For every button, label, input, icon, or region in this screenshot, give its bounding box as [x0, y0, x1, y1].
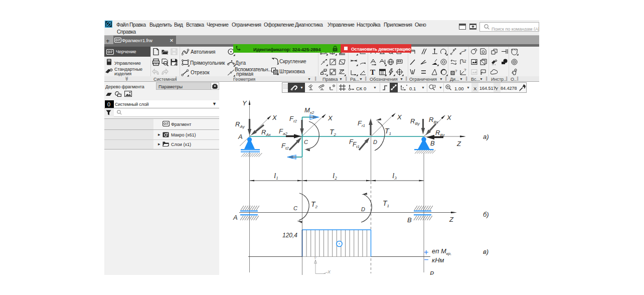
svg-text:l1: l1 — [274, 172, 278, 181]
svg-text:RAy: RAy — [235, 120, 245, 129]
svg-text:D: D — [361, 206, 365, 212]
svg-text:A: A — [233, 214, 238, 221]
svg-text:D: D — [373, 139, 377, 145]
svg-text:T2: T2 — [311, 200, 318, 209]
svg-text:X: X — [328, 114, 333, 122]
svg-text:Ft1: Ft1 — [353, 141, 360, 149]
svg-text:T1: T1 — [383, 199, 389, 208]
svg-text:C: C — [293, 205, 297, 211]
svg-text:B: B — [407, 216, 412, 224]
svg-text:C: C — [304, 139, 308, 145]
svg-text:?: ? — [455, 69, 457, 73]
svg-text:Z: Z — [456, 140, 461, 147]
svg-text:?: ? — [464, 59, 466, 63]
svg-text:120,4: 120,4 — [282, 232, 297, 239]
svg-text:X: X — [272, 114, 277, 121]
svg-text:Y: Y — [242, 99, 247, 107]
svg-text:еп Мкр,: еп Мкр, — [432, 247, 451, 256]
svg-text:RAx: RAx — [261, 128, 271, 137]
svg-text:A: A — [238, 133, 243, 140]
svg-text:Fr1: Fr1 — [358, 119, 365, 128]
svg-text:RBz: RBz — [435, 129, 445, 137]
svg-text:б): б) — [483, 211, 489, 218]
svg-text:Р: Р — [430, 270, 434, 275]
svg-text:?: ? — [464, 48, 466, 53]
svg-text:Ft2: Ft2 — [281, 142, 289, 151]
svg-text:Fr2: Fr2 — [289, 115, 297, 123]
svg-text:T2: T2 — [330, 128, 337, 137]
svg-text:X: X — [327, 269, 331, 274]
svg-text:T: T — [370, 68, 375, 76]
svg-text:RBy: RBy — [410, 117, 420, 126]
svg-text:Fa2: Fa2 — [279, 127, 287, 136]
svg-text:l2: l2 — [333, 172, 337, 181]
svg-text:B: B — [430, 139, 435, 147]
svg-text:Mх2: Mх2 — [304, 106, 314, 115]
svg-text:l3: l3 — [392, 172, 397, 181]
svg-text:в): в) — [483, 248, 489, 255]
svg-text:−: − — [424, 255, 428, 264]
svg-text:кНм: кНм — [432, 256, 444, 264]
svg-text:X: X — [397, 113, 402, 121]
svg-text:T1: T1 — [385, 127, 391, 136]
svg-text:?: ? — [464, 68, 466, 72]
svg-text:Z: Z — [449, 216, 454, 223]
svg-text:X: X — [446, 114, 452, 121]
svg-text:а): а) — [483, 133, 489, 140]
